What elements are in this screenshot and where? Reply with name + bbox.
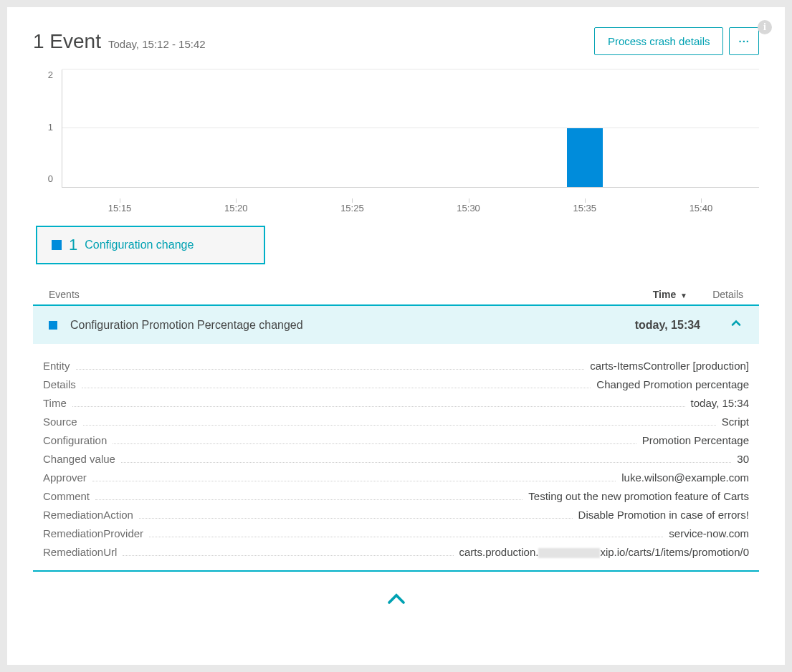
chart-y-tick: 0 <box>33 173 53 184</box>
collapse-panel-button[interactable] <box>33 585 759 616</box>
chart-x-tick: 15:30 <box>457 203 480 213</box>
detail-value: carts-ItemsController [production] <box>590 360 749 372</box>
detail-leader <box>83 425 716 426</box>
chart-x-tick: 15:40 <box>690 203 713 213</box>
detail-value: service-now.com <box>669 527 749 539</box>
chart-bar[interactable] <box>567 128 603 187</box>
detail-leader <box>82 388 591 388</box>
column-time[interactable]: Time ▼ <box>587 289 687 300</box>
detail-value: luke.wilson@example.com <box>621 471 749 484</box>
detail-value: Script <box>722 416 749 428</box>
detail-key: Details <box>43 378 76 390</box>
detail-key: Approver <box>43 471 87 484</box>
detail-row: RemediationUrlcarts.production.xip.io/ca… <box>43 543 749 562</box>
detail-row: RemediationProviderservice-now.com <box>43 524 749 543</box>
detail-leader <box>121 462 731 463</box>
legend-count: 1 <box>69 236 77 254</box>
page-title: 1 Event <box>33 30 101 53</box>
detail-value: Disable Promotion in case of errors! <box>578 509 749 521</box>
column-time-label: Time <box>653 289 676 300</box>
detail-row: Changed value30 <box>43 450 749 469</box>
chart-x-tick: 15:15 <box>108 203 132 213</box>
detail-row: Entitycarts-ItemsController [production] <box>43 357 749 375</box>
event-time: today, 15:34 <box>600 319 700 332</box>
detail-leader <box>139 518 573 519</box>
detail-leader <box>149 537 663 537</box>
detail-value: carts.production.xip.io/carts/1/items/pr… <box>459 546 749 558</box>
chart-x-tick: 15:20 <box>224 203 248 213</box>
detail-leader <box>113 443 636 444</box>
detail-key: Source <box>43 416 77 428</box>
detail-row: RemediationActionDisable Promotion in ca… <box>43 506 749 524</box>
detail-key: Configuration <box>43 434 107 446</box>
events-table-header: Events Time ▼ Details <box>33 284 759 306</box>
detail-row: CommentTesting out the new promotion fea… <box>43 487 749 506</box>
legend-label: Configuration change <box>85 239 194 251</box>
column-events[interactable]: Events <box>49 289 587 300</box>
collapse-event-button[interactable] <box>700 316 743 334</box>
chart-x-axis: 15:1515:2015:2515:3015:3515:40 <box>62 198 759 216</box>
detail-leader <box>72 406 685 407</box>
detail-row: SourceScript <box>43 413 749 431</box>
detail-value: today, 15:34 <box>691 397 749 409</box>
title-group: 1 Event Today, 15:12 - 15:42 <box>33 30 206 53</box>
event-name: Configuration Promotion Percentage chang… <box>70 319 600 332</box>
event-row[interactable]: Configuration Promotion Percentage chang… <box>33 306 759 344</box>
sort-desc-icon: ▼ <box>680 292 687 299</box>
chart-x-tick: 15:25 <box>340 203 364 213</box>
detail-value: 30 <box>737 453 749 465</box>
event-type-swatch-icon <box>49 321 57 330</box>
detail-key: Changed value <box>43 453 115 465</box>
legend-swatch-icon <box>52 240 62 250</box>
chart-y-axis: 210 <box>33 69 62 188</box>
detail-row: Approverluke.wilson@example.com <box>43 469 749 487</box>
detail-leader <box>95 499 523 500</box>
legend-configuration-change[interactable]: 1 Configuration change <box>36 226 265 264</box>
header-actions: Process crash details ··· <box>594 27 759 55</box>
detail-key: Time <box>43 397 67 409</box>
page-subtitle: Today, 15:12 - 15:42 <box>108 38 206 50</box>
more-actions-button[interactable]: ··· <box>729 27 759 55</box>
panel-header: 1 Event Today, 15:12 - 15:42 Process cra… <box>20 27 772 69</box>
detail-value: Testing out the new promotion feature of… <box>528 490 749 502</box>
detail-row: DetailsChanged Promotion percentage <box>43 375 749 394</box>
detail-row: Timetoday, 15:34 <box>43 394 749 413</box>
detail-leader <box>123 555 453 556</box>
event-chart: 210 15:1515:2015:2515:3015:3515:40 <box>33 69 759 216</box>
chart-x-tick: 15:35 <box>573 203 596 213</box>
detail-key: RemediationProvider <box>43 527 143 539</box>
detail-key: Entity <box>43 360 70 372</box>
event-details: Entitycarts-ItemsController [production]… <box>33 357 759 572</box>
chart-plot <box>62 69 759 188</box>
detail-key: RemediationAction <box>43 509 133 521</box>
detail-value: Promotion Percentage <box>642 434 749 446</box>
chart-y-tick: 1 <box>33 122 53 133</box>
chart-y-tick: 2 <box>33 69 53 80</box>
detail-key: RemediationUrl <box>43 546 117 558</box>
detail-row: ConfigurationPromotion Percentage <box>43 431 749 450</box>
detail-key: Comment <box>43 490 90 502</box>
detail-leader <box>92 481 616 481</box>
detail-value: Changed Promotion percentage <box>596 378 749 390</box>
process-crash-details-button[interactable]: Process crash details <box>594 27 724 55</box>
redacted-segment <box>538 548 600 558</box>
detail-leader <box>76 369 585 370</box>
event-panel: i 1 Event Today, 15:12 - 15:42 Process c… <box>7 7 785 665</box>
info-icon[interactable]: i <box>758 20 772 34</box>
column-details[interactable]: Details <box>700 289 743 300</box>
